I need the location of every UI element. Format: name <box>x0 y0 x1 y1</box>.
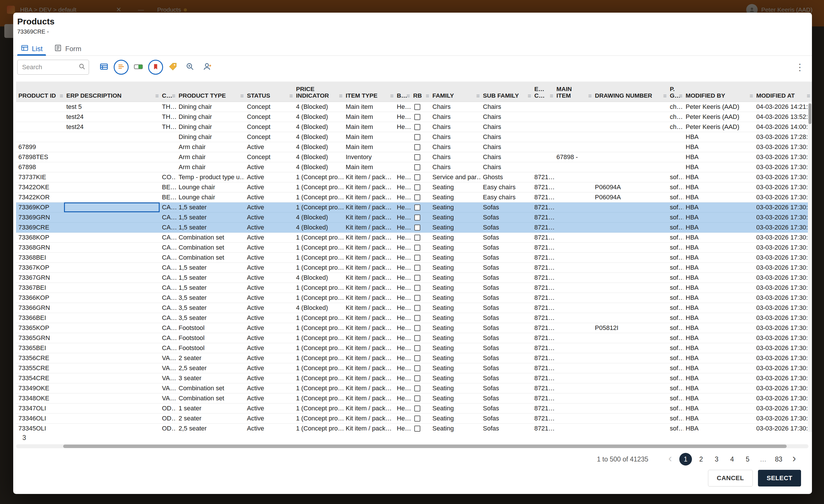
cell-main[interactable] <box>554 283 593 293</box>
cell-mod_at[interactable]: 03-03-2026 17:30:2 <box>754 212 811 222</box>
cell-b[interactable]: He… <box>395 424 411 432</box>
cell-ec[interactable]: 8721… <box>532 343 554 353</box>
cell-status[interactable]: Active <box>244 403 294 413</box>
cell-family[interactable]: Seating <box>430 313 481 323</box>
cell-c[interactable]: BE… <box>160 182 176 192</box>
cell-status[interactable]: Active <box>244 373 294 383</box>
cell-sub[interactable]: Easy chairs <box>481 192 532 202</box>
column-header-mod_at[interactable]: MODIFIED AT≡ <box>754 82 811 102</box>
cell-drawing[interactable] <box>593 363 667 373</box>
table-row[interactable]: Dining chairConcept4 (Blocked)Main itemC… <box>16 132 812 142</box>
cell-sub[interactable]: Sofas <box>481 403 532 413</box>
cell-price[interactable]: 1 (Concept pro… <box>294 182 343 192</box>
cell-erp[interactable] <box>64 343 160 353</box>
cell-pg[interactable]: sof… <box>667 383 683 393</box>
cell-status[interactable]: Active <box>244 202 294 212</box>
colored-list-button[interactable] <box>114 60 129 75</box>
cell-id[interactable]: 67898 <box>16 162 64 172</box>
cell-ec[interactable]: 8721… <box>532 303 554 313</box>
rb-checkbox[interactable] <box>414 224 420 231</box>
cell-sub[interactable]: Chairs <box>481 112 532 122</box>
cell-drawing[interactable] <box>593 273 667 283</box>
cell-pg[interactable]: sof… <box>667 192 683 202</box>
cell-type[interactable]: Combination set <box>176 253 244 263</box>
cell-ec[interactable]: 8721… <box>532 222 554 232</box>
cell-mod_at[interactable]: 03-03-2026 17:30:2 <box>754 273 811 283</box>
cell-c[interactable]: VA… <box>160 373 176 383</box>
cell-b[interactable]: He… <box>395 414 411 423</box>
cell-mod_by[interactable]: HBA <box>683 303 754 313</box>
cell-rb[interactable] <box>411 333 430 343</box>
cell-sub[interactable]: Sofas <box>481 353 532 363</box>
rb-checkbox[interactable] <box>414 355 420 361</box>
cell-erp[interactable] <box>64 233 160 242</box>
cell-id[interactable]: 67899 <box>16 142 64 152</box>
cell-pg[interactable]: sof… <box>667 172 683 182</box>
cell-price[interactable]: 4 (Blocked) <box>294 212 343 222</box>
cell-id[interactable]: 73366BEI <box>16 313 64 323</box>
cell-erp[interactable] <box>64 424 160 432</box>
cell-drawing[interactable] <box>593 263 667 273</box>
column-menu-icon[interactable]: ≡ <box>528 92 531 99</box>
column-header-item[interactable]: ITEM TYPE≡ <box>343 82 395 102</box>
cell-type[interactable]: Dining chair <box>176 102 244 112</box>
column-menu-icon[interactable]: ≡ <box>588 92 592 99</box>
cell-drawing[interactable]: P06094A <box>593 192 667 202</box>
cell-mod_by[interactable]: HBA <box>683 343 754 353</box>
cell-item[interactable]: Kit item / pack… <box>343 383 395 393</box>
cell-price[interactable]: 4 (Blocked) <box>294 222 343 232</box>
cell-c[interactable]: CA… <box>160 293 176 303</box>
cell-ec[interactable]: 8721… <box>532 403 554 413</box>
cell-price[interactable]: 1 (Concept pro… <box>294 333 343 343</box>
cell-rb[interactable] <box>411 192 430 202</box>
cell-ec[interactable]: 8721… <box>532 313 554 323</box>
cell-type[interactable]: Combination set <box>176 243 244 253</box>
cell-rb[interactable] <box>411 162 430 172</box>
cell-item[interactable]: Main item <box>343 122 395 132</box>
tab-form[interactable]: Form <box>48 42 87 56</box>
cell-main[interactable]: 67898 - <box>554 152 593 162</box>
cell-rb[interactable] <box>411 172 430 182</box>
cell-family[interactable]: Chairs <box>430 112 481 122</box>
cell-status[interactable]: Active <box>244 323 294 333</box>
cell-ec[interactable] <box>532 102 554 112</box>
cell-ec[interactable]: 8721… <box>532 192 554 202</box>
cell-item[interactable]: Main item <box>343 102 395 112</box>
cell-erp[interactable] <box>64 353 160 363</box>
cell-ec[interactable] <box>532 142 554 152</box>
cell-c[interactable]: VA… <box>160 363 176 373</box>
cell-rb[interactable] <box>411 253 430 263</box>
cell-id[interactable]: 73366KOP <box>16 293 64 303</box>
column-header-main[interactable]: MAIN ITEM≡ <box>554 82 593 102</box>
column-menu-icon[interactable]: ≡ <box>426 92 429 99</box>
cell-family[interactable]: Seating <box>430 323 481 333</box>
cell-type[interactable]: 1,5 seater <box>176 212 244 222</box>
cell-main[interactable] <box>554 363 593 373</box>
column-menu-icon[interactable]: ≡ <box>172 92 176 99</box>
table-row[interactable]: 73365BEICA…FootstoolActive1 (Concept pro… <box>16 343 812 353</box>
cell-erp[interactable] <box>64 202 160 212</box>
cell-c[interactable] <box>160 142 176 152</box>
cell-id[interactable]: 73355CRE <box>16 363 64 373</box>
cell-main[interactable] <box>554 313 593 323</box>
cell-status[interactable]: Active <box>244 192 294 202</box>
cell-pg[interactable]: sof… <box>667 222 683 232</box>
cell-type[interactable]: Combination set <box>176 393 244 403</box>
cell-rb[interactable] <box>411 273 430 283</box>
cell-family[interactable]: Chairs <box>430 122 481 132</box>
cell-ec[interactable]: 8721… <box>532 212 554 222</box>
cell-item[interactable]: Main item <box>343 132 395 142</box>
cell-sub[interactable]: Sofas <box>481 273 532 283</box>
cell-family[interactable]: Seating <box>430 293 481 303</box>
cell-drawing[interactable] <box>593 293 667 303</box>
table-row[interactable]: 73349OKEVA…Combination setActive1 (Conce… <box>16 383 812 393</box>
cell-main[interactable] <box>554 222 593 232</box>
cell-item[interactable]: Kit item / pack… <box>343 373 395 383</box>
table-row[interactable]: 73367GRNCA…1,5 seaterActive4 (Blocked)Ki… <box>16 273 812 283</box>
cell-ec[interactable] <box>532 122 554 132</box>
cell-b[interactable]: He… <box>395 222 411 232</box>
rb-checkbox[interactable] <box>414 104 420 110</box>
cell-main[interactable] <box>554 112 593 122</box>
bookmark-button[interactable] <box>148 60 163 75</box>
cell-status[interactable]: Active <box>244 333 294 343</box>
